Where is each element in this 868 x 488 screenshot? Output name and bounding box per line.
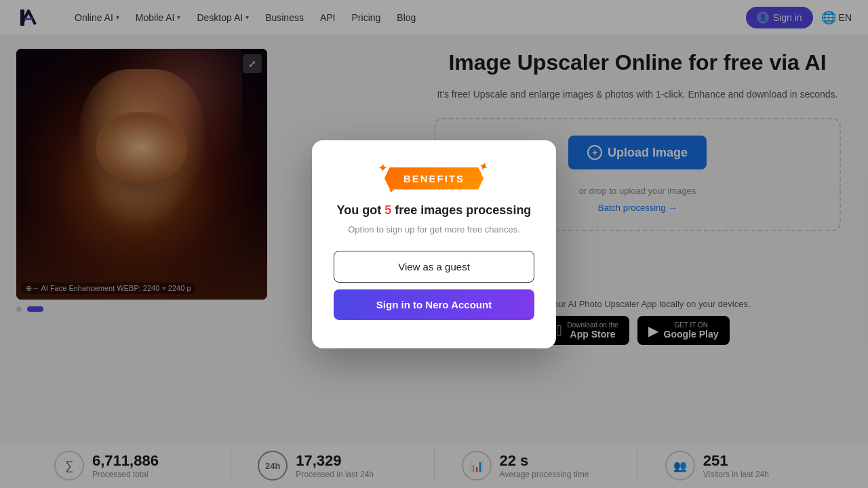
signin-nero-button[interactable]: Sign in to Nero Account (334, 289, 534, 320)
benefits-badge: ✦ ✦ ✦ BENEFITS (384, 167, 484, 190)
benefits-modal: ✦ ✦ ✦ BENEFITS You got 5 free images pro… (312, 140, 556, 348)
modal-title: You got 5 free images processing (337, 203, 532, 218)
view-as-guest-button[interactable]: View as a guest (334, 251, 534, 283)
star-decoration-topleft: ✦ (378, 161, 388, 176)
modal-subtitle: Option to sign up for get more free chan… (348, 224, 520, 235)
modal-overlay: ✦ ✦ ✦ BENEFITS You got 5 free images pro… (0, 0, 868, 488)
benefits-label: BENEFITS (384, 167, 484, 190)
